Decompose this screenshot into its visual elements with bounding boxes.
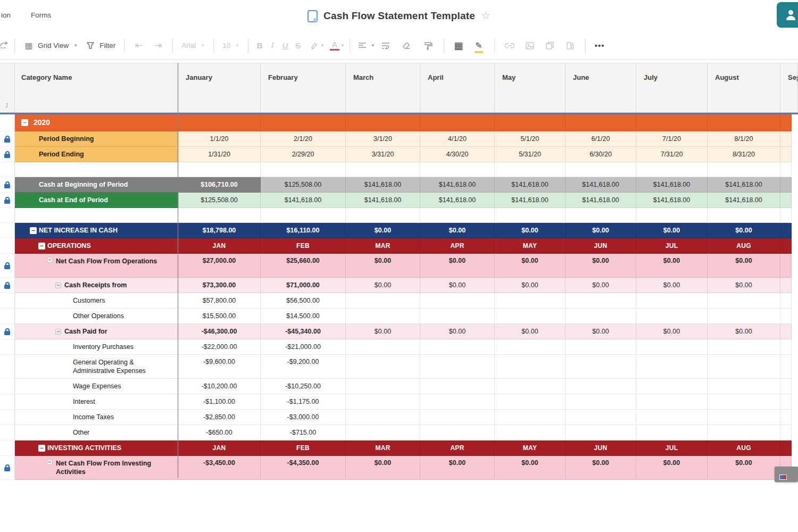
data-cell[interactable]: 5/31/20: [495, 147, 566, 162]
data-cell[interactable]: $18,798.00: [178, 223, 261, 238]
category-cell[interactable]: Inventory Purchases: [15, 339, 178, 355]
collapse-toggle-icon[interactable]: −: [47, 459, 53, 465]
data-cell[interactable]: [495, 379, 566, 394]
data-cell[interactable]: [636, 114, 708, 131]
data-cell[interactable]: FEB: [261, 440, 346, 456]
data-cell[interactable]: $56,500.00: [261, 293, 346, 309]
data-cell[interactable]: [495, 309, 566, 324]
data-cell[interactable]: $0.00: [346, 324, 420, 339]
column-header-month[interactable]: May: [495, 63, 566, 112]
data-cell[interactable]: $0.00: [566, 456, 636, 480]
data-cell[interactable]: [420, 208, 495, 223]
collapse-toggle-icon[interactable]: −: [38, 445, 45, 452]
data-cell[interactable]: 6/30/20: [566, 147, 636, 162]
data-cell[interactable]: $0.00: [495, 254, 566, 278]
data-cell[interactable]: 4/30/20: [420, 147, 495, 162]
data-cell[interactable]: [566, 162, 636, 177]
data-cell[interactable]: MAY: [495, 440, 566, 456]
data-cell[interactable]: $141,618.00: [420, 193, 495, 208]
underline-button[interactable]: U: [279, 41, 292, 50]
data-cell[interactable]: [780, 147, 792, 162]
data-cell[interactable]: [495, 162, 566, 177]
data-cell[interactable]: $0.00: [636, 223, 708, 238]
data-cell[interactable]: JAN: [178, 440, 261, 456]
data-cell[interactable]: [708, 208, 780, 223]
category-cell[interactable]: General Operating & Administrative Expen…: [15, 355, 178, 379]
data-cell[interactable]: 8/31/20: [708, 147, 780, 162]
data-cell[interactable]: [708, 425, 780, 440]
data-cell[interactable]: APR: [420, 238, 495, 254]
data-cell[interactable]: $141,618.00: [495, 177, 566, 193]
data-cell[interactable]: [780, 114, 792, 131]
scroll-widget[interactable]: [775, 467, 798, 482]
data-cell[interactable]: [708, 339, 780, 355]
data-cell[interactable]: $0.00: [566, 278, 636, 293]
data-cell[interactable]: [420, 339, 495, 355]
column-header-month[interactable]: Sep: [780, 63, 798, 112]
data-cell[interactable]: [780, 177, 792, 193]
data-cell[interactable]: JUN: [566, 238, 636, 254]
data-cell[interactable]: [420, 394, 495, 410]
data-cell[interactable]: $125,508.00: [261, 177, 346, 193]
data-cell[interactable]: MAR: [346, 238, 420, 254]
data-cell[interactable]: JUL: [636, 440, 708, 456]
data-cell[interactable]: 7/1/20: [636, 131, 708, 147]
data-cell[interactable]: $0.00: [566, 223, 636, 238]
data-cell[interactable]: 1/1/20: [178, 131, 261, 147]
data-cell[interactable]: [636, 425, 708, 440]
data-cell[interactable]: $0.00: [495, 223, 566, 238]
data-cell[interactable]: [708, 394, 780, 410]
data-cell[interactable]: [261, 114, 346, 131]
column-header-month[interactable]: February: [261, 63, 346, 112]
category-cell[interactable]: −Cash Paid for: [15, 324, 178, 339]
data-cell[interactable]: [495, 339, 566, 355]
data-cell[interactable]: $0.00: [420, 456, 495, 480]
data-cell[interactable]: [780, 162, 792, 177]
data-cell[interactable]: $0.00: [708, 324, 780, 339]
data-cell[interactable]: 6/1/20: [566, 131, 636, 147]
bold-button[interactable]: B: [253, 41, 266, 50]
data-cell[interactable]: $141,618.00: [346, 177, 420, 193]
category-cell[interactable]: Period Ending: [15, 147, 178, 162]
data-cell[interactable]: $14,500.00: [261, 309, 346, 324]
category-cell[interactable]: Other: [15, 425, 178, 440]
data-cell[interactable]: [566, 355, 636, 379]
collapse-toggle-icon[interactable]: −: [38, 243, 45, 250]
data-cell[interactable]: -$46,300.00: [178, 324, 261, 339]
data-cell[interactable]: FEB: [261, 238, 346, 254]
data-cell[interactable]: [780, 410, 792, 425]
data-cell[interactable]: $0.00: [420, 254, 495, 278]
data-cell[interactable]: [420, 410, 495, 425]
paste-icon[interactable]: [565, 40, 576, 51]
data-cell[interactable]: $141,618.00: [636, 177, 708, 193]
data-cell[interactable]: [346, 339, 420, 355]
collapse-toggle-icon[interactable]: −: [55, 329, 61, 335]
data-cell[interactable]: -$715.00: [261, 425, 346, 440]
data-cell[interactable]: [780, 394, 792, 410]
data-cell[interactable]: [346, 309, 420, 324]
data-cell[interactable]: -$21,000.00: [261, 339, 346, 355]
data-cell[interactable]: [780, 309, 792, 324]
font-size-select[interactable]: 10 ▼: [219, 37, 243, 55]
data-cell[interactable]: 4/1/20: [420, 131, 495, 147]
collapse-toggle-icon[interactable]: −: [55, 282, 61, 288]
data-cell[interactable]: $141,618.00: [636, 193, 708, 208]
share-button[interactable]: [777, 2, 798, 28]
data-cell[interactable]: $141,618.00: [566, 177, 636, 193]
data-cell[interactable]: [780, 425, 792, 440]
category-cell[interactable]: −Net Cash Flow From Investing Activities: [15, 456, 178, 480]
chevron-down-icon[interactable]: ▼: [340, 43, 345, 48]
data-cell[interactable]: -$9,600.00: [178, 355, 261, 379]
data-cell[interactable]: [346, 293, 420, 309]
data-cell[interactable]: $27,000.00: [178, 254, 261, 278]
data-cell[interactable]: [420, 355, 495, 379]
data-cell[interactable]: $0.00: [420, 324, 495, 339]
data-cell[interactable]: $57,800.00: [178, 293, 261, 309]
data-cell[interactable]: $71,000.00: [261, 278, 346, 293]
data-cell[interactable]: [708, 309, 780, 324]
data-cell[interactable]: [708, 379, 780, 394]
column-header-month[interactable]: March: [346, 63, 420, 112]
category-cell[interactable]: −NET INCREASE IN CASH: [15, 223, 178, 238]
data-cell[interactable]: [636, 208, 708, 223]
outdent-icon[interactable]: ⇤: [134, 40, 144, 51]
